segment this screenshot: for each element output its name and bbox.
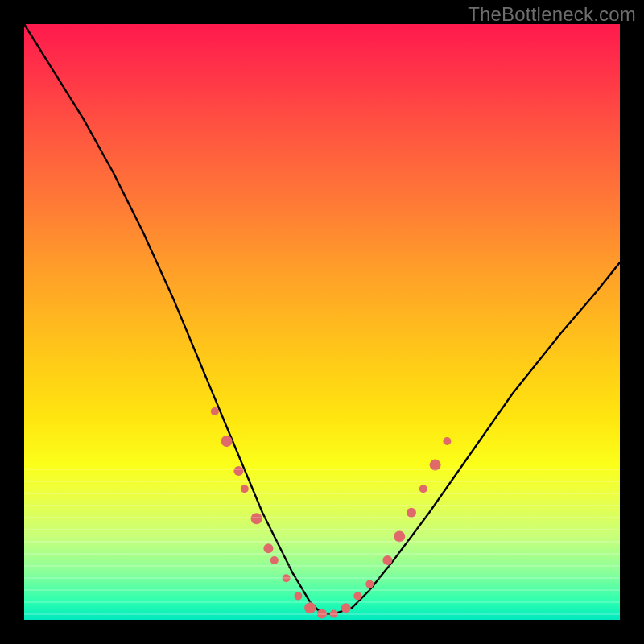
- data-marker: [233, 466, 243, 476]
- data-marker: [430, 460, 441, 471]
- data-marker: [382, 555, 392, 565]
- data-marker: [270, 556, 279, 564]
- data-marker: [241, 485, 249, 493]
- plot-area: [24, 24, 620, 620]
- data-marker: [365, 580, 374, 588]
- data-marker: [294, 592, 302, 600]
- chart-frame: TheBottleneck.com: [0, 0, 644, 644]
- data-marker: [211, 407, 219, 415]
- data-marker: [419, 485, 427, 493]
- data-marker: [283, 574, 291, 582]
- data-marker: [317, 609, 327, 619]
- data-marker: [407, 508, 416, 518]
- curve-svg: [24, 24, 620, 620]
- bottleneck-curve: [24, 24, 620, 614]
- curve-path: [24, 24, 620, 614]
- data-marker: [221, 436, 233, 447]
- data-marker: [353, 592, 361, 600]
- data-marker: [304, 602, 316, 613]
- data-marker: [394, 530, 405, 542]
- data-marker: [251, 513, 262, 524]
- data-marker: [341, 603, 351, 613]
- data-marker: [263, 543, 273, 553]
- marker-group: [211, 407, 452, 619]
- data-marker: [443, 437, 451, 445]
- data-marker: [330, 610, 338, 618]
- watermark-text: TheBottleneck.com: [468, 3, 636, 26]
